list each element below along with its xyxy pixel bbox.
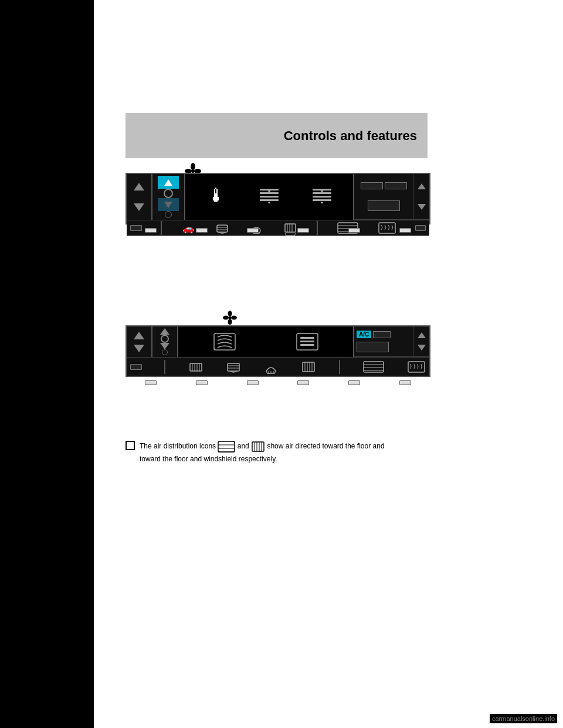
fan-knob	[164, 189, 173, 198]
inline-vent-icon-2	[251, 440, 265, 454]
temp-left-section	[127, 174, 152, 220]
center-display-1: 🌡 ⋮ ⋮	[185, 174, 353, 220]
hvac2-icon-left	[212, 329, 238, 355]
svg-rect-13	[313, 192, 331, 194]
temp-down-arrow[interactable]	[134, 203, 144, 211]
right-down-arrow[interactable]	[418, 204, 426, 210]
svg-rect-9	[260, 196, 279, 198]
right-up-arrow[interactable]	[418, 183, 426, 189]
vent2-icon-3	[263, 359, 279, 375]
svg-rect-8	[260, 192, 279, 194]
temp2-up-arrow[interactable]	[134, 332, 144, 339]
svg-point-1	[191, 163, 195, 170]
hvac-panel-1: 🌡 ⋮ ⋮	[126, 173, 430, 224]
inline-vent-icon-1	[218, 440, 235, 454]
svg-point-35	[228, 319, 232, 325]
svg-rect-53	[303, 362, 314, 372]
svg-rect-14	[313, 196, 331, 198]
hvac-icon-left: 🌡	[204, 184, 229, 210]
panel2-indicators	[126, 378, 430, 387]
panel2-bottom-row	[127, 358, 429, 376]
hvac-icon-center: ⋮	[256, 184, 282, 210]
temp-left-section-2	[127, 326, 152, 357]
temp-left-section-2b	[152, 326, 178, 357]
vent2-icon-2	[226, 359, 241, 375]
svg-rect-67	[252, 442, 264, 451]
vent2-icon-4	[301, 359, 316, 375]
panel1-indicators	[126, 226, 430, 235]
page-title: Controls and features	[284, 128, 417, 144]
vent2-icon-heat-1	[362, 359, 385, 375]
svg-rect-10	[260, 199, 279, 201]
checkbox-section: The air distribution icons and show air …	[126, 440, 401, 465]
fan-down-button[interactable]	[158, 198, 179, 211]
svg-rect-62	[408, 362, 425, 372]
hvac-panel-2: A/C	[126, 325, 430, 377]
svg-point-36	[223, 316, 229, 320]
center-display-2	[178, 326, 353, 357]
header-banner: Controls and features	[126, 113, 428, 158]
vent2-icon-1	[188, 359, 204, 375]
svg-rect-41	[300, 344, 314, 346]
svg-rect-63	[218, 441, 235, 452]
svg-rect-39	[300, 337, 314, 339]
right-section-2: A/C	[353, 326, 429, 357]
hvac-icon-right: ⋮	[309, 184, 335, 210]
vent2-icon-heat-2	[407, 359, 426, 375]
checkbox-icon	[126, 441, 135, 450]
page-content: Controls and features	[94, 0, 563, 728]
right-section-1	[353, 174, 429, 220]
svg-rect-40	[300, 341, 314, 342]
hvac2-icon-right	[294, 329, 320, 355]
svg-rect-12	[313, 189, 331, 190]
ac-button-panel2[interactable]: A/C	[357, 331, 371, 338]
fan-knob-small	[165, 211, 172, 218]
svg-rect-15	[313, 199, 331, 201]
right2-up-arrow[interactable]	[418, 332, 426, 338]
svg-text:🌡: 🌡	[207, 185, 226, 206]
temp2-down-arrow[interactable]	[134, 345, 144, 352]
fan-icon-mid	[223, 311, 237, 327]
svg-rect-42	[190, 363, 202, 371]
watermark: carmanualsonline.info	[490, 714, 557, 723]
right2-down-arrow[interactable]	[418, 345, 426, 351]
svg-point-33	[228, 311, 232, 317]
svg-point-34	[231, 316, 237, 320]
checkbox-description: The air distribution icons and show air …	[140, 440, 401, 465]
svg-rect-37	[214, 334, 235, 350]
fan-up-button[interactable]	[158, 176, 179, 189]
fan-speed-section-1	[152, 174, 185, 220]
svg-point-32	[229, 317, 232, 319]
temp-up-arrow[interactable]	[134, 183, 144, 190]
svg-rect-7	[260, 189, 279, 190]
svg-rect-47	[228, 363, 239, 371]
